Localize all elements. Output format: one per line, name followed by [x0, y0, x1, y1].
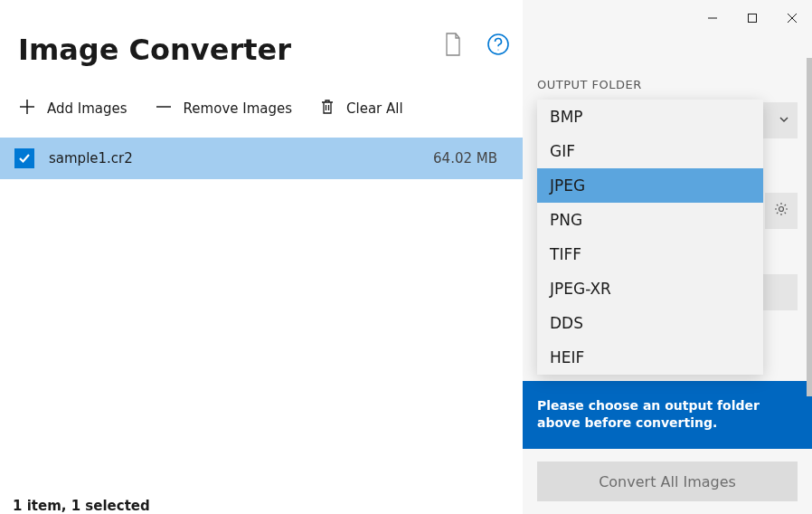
format-dropdown: BMP GIF JPEG PNG TIFF JPEG-XR DDS HEIF	[537, 100, 763, 375]
file-size: 64.02 MB	[433, 150, 497, 167]
format-settings-button[interactable]	[765, 193, 798, 229]
remove-images-label: Remove Images	[184, 100, 292, 117]
close-button[interactable]	[772, 4, 812, 33]
file-name: sample1.cr2	[49, 150, 419, 167]
main-panel: Image Converter Add Images	[0, 0, 523, 514]
format-option-png[interactable]: PNG	[537, 203, 763, 237]
help-icon[interactable]	[486, 33, 510, 56]
remove-images-button[interactable]: Remove Images	[155, 98, 292, 119]
page-icon[interactable]	[441, 33, 465, 56]
add-images-label: Add Images	[47, 100, 127, 117]
format-option-gif[interactable]: GIF	[537, 134, 763, 168]
clear-all-label: Clear All	[346, 100, 403, 117]
status-bar: 1 item, 1 selected	[13, 498, 150, 514]
maximize-button[interactable]	[732, 4, 772, 33]
plus-icon	[18, 98, 36, 119]
format-option-dds[interactable]: DDS	[537, 306, 763, 340]
format-option-heif[interactable]: HEIF	[537, 340, 763, 375]
chevron-down-icon	[778, 112, 790, 129]
svg-point-11	[779, 207, 784, 212]
toolbar: Add Images Remove Images Clear All	[0, 67, 523, 138]
scrollbar[interactable]	[807, 58, 812, 396]
clear-all-button[interactable]: Clear All	[319, 98, 403, 119]
output-folder-label: OUTPUT FOLDER	[537, 43, 798, 91]
format-option-jpeg[interactable]: JPEG	[537, 168, 763, 203]
convert-button[interactable]: Convert All Images	[537, 462, 798, 501]
trash-icon	[319, 98, 335, 119]
file-checkbox[interactable]	[14, 148, 34, 168]
gear-icon	[773, 201, 789, 221]
format-option-jpegxr[interactable]: JPEG-XR	[537, 271, 763, 306]
svg-point-1	[497, 49, 498, 50]
svg-rect-8	[749, 14, 757, 23]
format-option-tiff[interactable]: TIFF	[537, 237, 763, 271]
file-row[interactable]: sample1.cr2 64.02 MB	[0, 138, 523, 179]
warning-banner: Please choose an output folder above bef…	[523, 381, 812, 449]
minimize-button[interactable]	[693, 4, 732, 33]
minus-icon	[155, 98, 173, 119]
format-option-bmp[interactable]: BMP	[537, 100, 763, 134]
add-images-button[interactable]: Add Images	[18, 98, 127, 119]
window-controls	[523, 0, 812, 36]
